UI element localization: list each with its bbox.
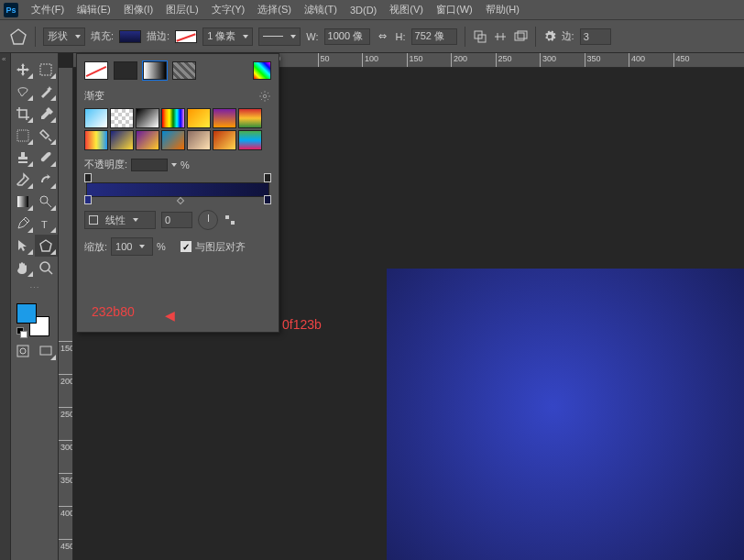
hand-tool[interactable] [11,257,35,279]
reverse-icon[interactable] [224,214,236,226]
foreground-color[interactable] [16,303,37,324]
gradient-preset[interactable] [161,130,185,150]
angle-input[interactable] [161,212,192,228]
gradient-style-select[interactable]: 线性 [84,211,156,229]
menu-edit[interactable]: 编辑(E) [71,3,116,16]
gradient-editor[interactable] [84,175,271,203]
menu-type[interactable]: 文字(Y) [206,3,251,16]
menu-filter[interactable]: 滤镜(T) [299,3,343,16]
screenmode-icon[interactable] [35,340,59,362]
opacity-stop-right[interactable] [264,173,271,182]
menu-layer[interactable]: 图层(L) [160,3,203,16]
align-icon[interactable] [493,29,508,44]
edges-input[interactable] [580,28,611,45]
gradient-preset[interactable] [136,130,159,150]
document-shape[interactable] [387,269,744,560]
default-colors-icon[interactable] [16,327,27,338]
svg-point-11 [40,262,49,271]
fill-gradient-option[interactable] [143,61,167,80]
opacity-label: 不透明度: [84,158,127,171]
scale-input[interactable]: 100 [111,237,153,256]
color-swatches[interactable] [15,302,59,338]
zoom-tool[interactable] [35,257,59,279]
stroke-swatch[interactable] [175,30,197,43]
menu-image[interactable]: 图像(I) [118,3,159,16]
pen-tool[interactable] [11,213,35,235]
svg-text:T: T [41,219,48,230]
move-tool[interactable] [11,59,35,81]
stroke-style-select[interactable] [258,27,301,46]
quickmask-icon[interactable] [11,340,35,362]
gradient-preset[interactable] [187,108,211,128]
fill-swatch[interactable] [119,30,141,43]
gear-icon[interactable] [543,30,556,43]
frame-tool[interactable] [11,125,35,147]
width-input[interactable] [324,28,370,45]
fill-pattern-option[interactable] [172,61,196,80]
opacity-input[interactable] [131,159,168,171]
gradient-preset[interactable] [213,108,236,128]
scale-value: 100 [115,241,132,252]
options-bar: 形状 填充: 描边: 1 像素 W: ⇔ H: 边: [0,20,744,53]
menu-file[interactable]: 文件(F) [26,3,70,16]
stamp-tool[interactable] [11,147,35,169]
wand-tool[interactable] [35,81,59,103]
brush-tool[interactable] [35,147,59,169]
dodge-tool[interactable] [35,191,59,213]
fill-none-option[interactable] [84,61,108,80]
annotation-left-stop: 232b80 [92,304,135,319]
midpoint-handle[interactable] [177,197,184,204]
width-label: W: [306,31,318,42]
fill-picker-panel: 渐变 不透明度: % 线性 [76,53,279,333]
arrange-icon[interactable] [513,29,528,44]
gradient-preset[interactable] [110,130,134,150]
stroke-width-value: 1 像素 [207,29,235,43]
gradient-preset[interactable] [213,130,236,150]
color-picker-button[interactable] [253,61,271,80]
path-select-tool[interactable] [11,235,35,257]
menu-help[interactable]: 帮助(H) [480,3,525,16]
gradient-preset[interactable] [161,108,185,128]
fill-solid-option[interactable] [114,61,137,80]
app-logo: Ps [4,3,18,17]
menu-3d[interactable]: 3D(D) [345,5,382,16]
eyedropper-tool[interactable] [35,103,59,125]
shape-tool[interactable] [35,235,59,257]
polygon-tool-icon[interactable] [9,27,27,46]
tool-mode-select[interactable]: 形状 [43,27,85,46]
link-wh-icon[interactable]: ⇔ [376,30,390,42]
eraser-tool[interactable] [11,169,35,191]
svg-point-8 [40,196,48,203]
gradient-preset[interactable] [238,108,262,128]
gradient-preset[interactable] [84,108,108,128]
height-input[interactable] [411,28,457,45]
gradient-preset[interactable] [238,130,262,150]
marquee-tool[interactable] [35,59,59,81]
menu-window[interactable]: 窗口(W) [431,3,478,16]
crop-tool[interactable] [11,103,35,125]
gradient-preset[interactable] [187,130,211,150]
gradient-bar[interactable] [86,182,269,197]
menu-view[interactable]: 视图(V) [384,3,429,16]
history-brush-tool[interactable] [35,169,59,191]
svg-rect-17 [231,221,235,225]
heal-tool[interactable] [35,125,59,147]
gradient-preset[interactable] [136,108,159,128]
color-stop-left[interactable] [84,195,92,204]
lasso-tool[interactable] [11,81,35,103]
gradient-menu-gear-icon[interactable] [258,90,271,103]
align-checkbox[interactable]: ✓ [181,241,191,252]
path-ops-icon[interactable] [473,29,487,44]
menubar: Ps 文件(F) 编辑(E) 图像(I) 图层(L) 文字(Y) 选择(S) 滤… [0,0,744,20]
menu-select[interactable]: 选择(S) [252,3,297,16]
color-stop-right[interactable] [264,195,271,204]
type-tool[interactable]: T [35,213,59,235]
opacity-stop-left[interactable] [84,173,92,182]
gradient-tool[interactable] [11,191,35,213]
stroke-width-select[interactable]: 1 像素 [202,27,253,46]
gradient-preset[interactable] [84,130,108,150]
gradient-preset[interactable] [110,108,134,128]
angle-dial[interactable] [198,210,218,230]
panel-strip: « [0,53,11,560]
annotation-right-stop: 0f123b [282,317,322,332]
